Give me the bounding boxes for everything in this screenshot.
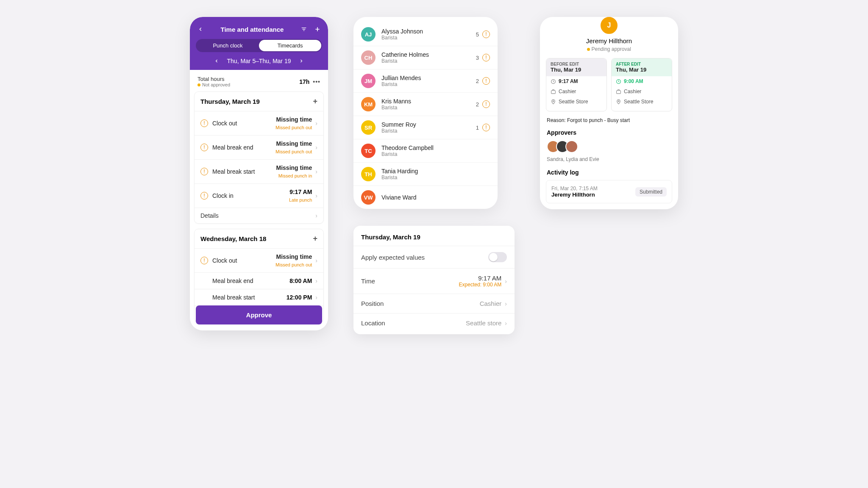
punch-entry-row[interactable]: !Clock outMissing timeMissed punch out› [195,248,323,272]
total-hours-value: 17h [299,78,309,85]
timecard-list: Total hours Not approved 17h ••• Thursda… [190,70,328,324]
after-location: Seattle Store [624,99,653,105]
entry-value: Missing time [276,164,312,171]
person-row[interactable]: VW Viviane Ward [353,186,498,209]
warning-icon: ! [200,144,208,151]
edit-time-row[interactable]: Time 9:17 AM Expected: 9:00 AM › [353,268,515,294]
person-name: Alyssa Johnson [381,28,476,35]
punch-entry-row[interactable]: !Clock in9:17 AMLate punch› [195,183,323,208]
people-list-card: AJ Alyssa JohnsonBarista 5!CH Catherine … [353,17,498,209]
chevron-right-icon: › [315,277,317,284]
tab-timecards[interactable]: Timecards [259,40,321,51]
person-row[interactable]: KM Kris MannsBarista 2! [353,93,498,116]
location-label: Location [361,319,466,327]
punch-entry-row[interactable]: Meal break start12:00 PM› [195,289,323,305]
next-range-icon[interactable] [297,56,306,66]
warning-icon: ! [482,30,490,38]
person-avatar: VW [361,190,376,205]
edit-position-row[interactable]: Position Cashier › [353,294,515,313]
entry-value: Missing time [276,140,312,147]
position-label: Position [361,300,480,307]
entry-sub: Missed punch out [275,125,312,130]
day-title: Thursday, March 19 [200,98,260,105]
punch-entry-row[interactable]: !Clock outMissing timeMissed punch out› [195,111,323,135]
person-row[interactable]: JM Jullian MendesBarista 2! [353,69,498,93]
svg-rect-9 [617,90,621,93]
edit-location-row[interactable]: Location Seattle store › [353,313,515,333]
warning-icon: ! [200,192,208,200]
total-status: Not approved [202,82,230,87]
person-role: Barista [381,58,476,64]
location-icon [551,99,556,105]
person-row[interactable]: TH Tania HardingBarista [353,163,498,186]
add-entry-icon[interactable]: + [313,234,317,243]
status-badge: Submitted [635,187,667,197]
punch-entry-row[interactable]: !Meal break startMissing timeMissed punc… [195,159,323,183]
briefcase-icon [551,89,556,94]
person-row[interactable]: SR Summer RoyBarista 1! [353,116,498,139]
header: Time and attendance Punch clock Timecard… [190,17,328,70]
approver-names: Sandra, Lydia and Evie [547,156,671,162]
issue-count: 5 [476,31,479,38]
approve-button[interactable]: Approve [196,305,322,324]
after-date: Thu, Mar 19 [616,67,668,73]
entry-sub: Missed punch in [278,173,312,178]
person-row[interactable]: CH Catherine HolmesBarista 3! [353,46,498,69]
time-label: Time [361,277,459,285]
chevron-right-icon: › [505,320,507,327]
approval-detail-phone: J Jeremy Hillthorn Pending approval BEFO… [540,17,678,209]
person-avatar: SR [361,120,376,135]
chevron-right-icon: › [315,144,317,151]
tab-punch-clock[interactable]: Punch clock [197,40,259,51]
person-avatar: CH [361,50,376,65]
warning-icon: ! [200,257,208,264]
before-location: Seattle Store [559,99,588,105]
more-icon[interactable]: ••• [313,78,320,85]
after-time: 9:00 AM [624,78,643,84]
person-row[interactable]: TC Theodore CampbellBarista [353,139,498,163]
day-card: Thursday, March 19+!Clock outMissing tim… [194,92,324,224]
user-avatar: J [601,17,618,34]
details-row[interactable]: Details› [195,208,323,223]
svg-point-7 [553,100,554,102]
back-icon[interactable] [196,25,205,34]
issue-count: 2 [476,101,479,108]
apply-expected-row: Apply expected values [353,246,515,268]
filter-icon[interactable] [299,25,309,34]
entry-value: 9:17 AM [289,189,312,195]
status-dot-icon [198,83,200,86]
apply-expected-toggle[interactable] [488,252,507,262]
add-icon[interactable] [313,25,322,34]
after-tag: AFTER EDIT [616,62,668,67]
total-hours-row: Total hours Not approved 17h ••• [194,74,324,92]
punch-entry-row[interactable]: !Meal break endMissing timeMissed punch … [195,135,323,159]
clock-icon [551,79,556,84]
before-panel: BEFORE EDIT Thu, Mar 19 9:17 AM Cashier … [546,58,607,111]
log-timestamp: Fri, Mar 20, 7:15 AM [551,186,635,191]
prev-range-icon[interactable] [212,56,221,66]
after-panel: AFTER EDIT Thu, Mar 19 9:00 AM Cashier S… [611,58,672,111]
entry-sub: Missed punch out [275,149,312,154]
person-role: Barista [381,151,490,157]
time-value: 9:17 AM [478,274,501,282]
person-avatar: AJ [361,27,376,42]
person-row[interactable]: AJ Alyssa JohnsonBarista 5! [353,23,498,46]
entry-label: Clock out [212,120,275,127]
punch-entry-row[interactable]: Meal break end8:00 AM› [195,272,323,289]
add-entry-icon[interactable]: + [313,97,317,106]
person-role: Barista [381,128,476,134]
entry-label: Meal break start [212,294,287,301]
person-name: Kris Manns [381,98,476,105]
person-name: Catherine Holmes [381,51,476,58]
total-hours-label: Total hours [198,76,299,82]
person-avatar: TH [361,167,376,181]
chevron-right-icon: › [315,257,317,264]
after-position: Cashier [624,89,641,94]
entry-label: Meal break start [212,168,276,175]
timecards-phone: Time and attendance Punch clock Timecard… [190,17,328,330]
before-tag: BEFORE EDIT [551,62,602,67]
page-title: Time and attendance [209,26,295,33]
entry-value: 8:00 AM [289,277,312,284]
issue-count: 2 [476,78,479,84]
before-position: Cashier [559,89,576,94]
